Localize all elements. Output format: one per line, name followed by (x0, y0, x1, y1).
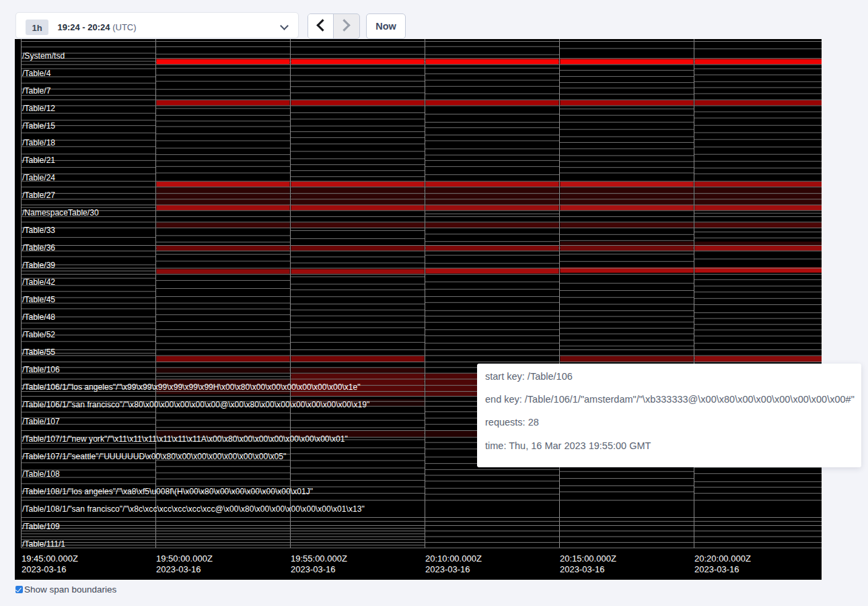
svg-text:/Table/21: /Table/21 (22, 156, 55, 165)
svg-text:2023-03-16: 2023-03-16 (560, 564, 605, 574)
svg-text:20:15:00.000Z: 20:15:00.000Z (560, 553, 616, 564)
svg-text:19:45:00.000Z: 19:45:00.000Z (22, 553, 78, 564)
svg-text:20:10:00.000Z: 20:10:00.000Z (425, 553, 482, 564)
svg-text:/Table/55: /Table/55 (22, 347, 55, 357)
svg-text:/Table/106: /Table/106 (22, 365, 60, 374)
svg-text:/Table/108/1/"san francisco"/": /Table/108/1/"san francisco"/"\x8c\xcc\x… (22, 504, 365, 514)
svg-text:/System/tsd: /System/tsd (22, 51, 65, 61)
svg-text:/Table/52: /Table/52 (22, 330, 55, 339)
svg-text:/Table/106/1/"los angeles"/"\x: /Table/106/1/"los angeles"/"\x99\x99\x99… (22, 382, 361, 392)
svg-text:/Table/48: /Table/48 (22, 312, 55, 322)
svg-text:/Table/24: /Table/24 (22, 173, 55, 182)
svg-text:/Table/45: /Table/45 (22, 295, 55, 304)
svg-text:/Table/107/1/"seattle"/"UUUUUU: /Table/107/1/"seattle"/"UUUUUUD\x00\x80\… (22, 452, 286, 461)
svg-text:/Table/106/1/"san francisco"/": /Table/106/1/"san francisco"/"\x80\x00\x… (22, 400, 369, 409)
svg-text:/Table/108/1/"los angeles"/"\x: /Table/108/1/"los angeles"/"\xa8\xf5\u00… (22, 487, 313, 496)
svg-text:/Table/107: /Table/107 (22, 417, 60, 426)
svg-text:/Table/33: /Table/33 (22, 226, 55, 235)
svg-text:/Table/39: /Table/39 (22, 261, 55, 270)
svg-text:/Table/18: /Table/18 (22, 138, 55, 147)
svg-text:/Table/4: /Table/4 (22, 69, 51, 78)
svg-text:/Table/12: /Table/12 (22, 104, 55, 113)
svg-text:/Table/107/1/"new york"/"\x11\: /Table/107/1/"new york"/"\x11\x11\x11\x1… (22, 434, 348, 444)
svg-text:19:55:00.000Z: 19:55:00.000Z (291, 553, 347, 564)
svg-text:/Table/27: /Table/27 (22, 191, 55, 200)
svg-text:2023-03-16: 2023-03-16 (22, 564, 67, 574)
svg-text:/NamespaceTable/30: /NamespaceTable/30 (22, 208, 99, 217)
svg-text:/Table/108: /Table/108 (22, 469, 60, 479)
svg-text:/Table/42: /Table/42 (22, 277, 55, 287)
svg-text:/Table/7: /Table/7 (22, 86, 51, 96)
svg-text:/Table/36: /Table/36 (22, 243, 55, 252)
svg-text:/Table/15: /Table/15 (22, 121, 55, 131)
svg-text:2023-03-16: 2023-03-16 (291, 564, 336, 574)
svg-text:19:50:00.000Z: 19:50:00.000Z (156, 553, 213, 564)
svg-text:2023-03-16: 2023-03-16 (156, 564, 201, 574)
svg-text:20:20:00.000Z: 20:20:00.000Z (694, 553, 751, 564)
svg-text:/Table/111/1: /Table/111/1 (22, 539, 65, 549)
svg-text:/Table/109: /Table/109 (22, 522, 60, 531)
svg-text:2023-03-16: 2023-03-16 (694, 564, 739, 574)
svg-text:2023-03-16: 2023-03-16 (425, 564, 470, 574)
